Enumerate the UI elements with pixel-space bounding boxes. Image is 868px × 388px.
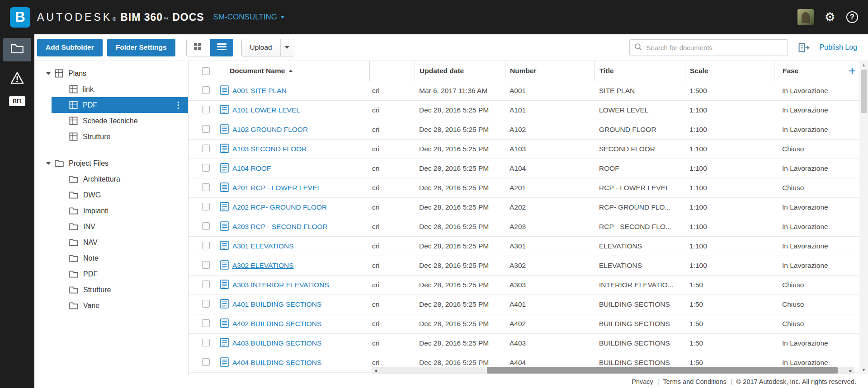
account-switcher[interactable]: SM-CONSULTING [213, 13, 285, 22]
document-name-link[interactable]: A403 BUILDING SECTIONS [232, 339, 321, 347]
tree-folder-item[interactable]: link [34, 81, 188, 97]
publish-log-link[interactable]: Publish Log [819, 43, 857, 51]
tree-folder-item[interactable]: Impianti [34, 203, 188, 219]
document-icon [220, 221, 229, 233]
search-input[interactable] [646, 44, 783, 51]
tree-folder-item[interactable]: Architettura [34, 171, 188, 187]
row-checkbox[interactable] [202, 183, 210, 191]
tree-folder-item[interactable]: NAV [34, 234, 188, 250]
horizontal-scroll-track[interactable] [379, 367, 847, 374]
scroll-left-button[interactable]: ◄ [372, 367, 379, 374]
column-header-fase[interactable]: Fase [774, 61, 859, 81]
grid-view-button[interactable] [186, 39, 209, 56]
document-number: A101 [505, 106, 594, 114]
expand-caret-icon[interactable] [46, 72, 51, 75]
document-name-link[interactable]: A201 RCP - LOWER LEVEL [232, 184, 321, 192]
row-checkbox[interactable] [202, 125, 210, 133]
table-row: A104 ROOF cri Dec 28, 2016 5:25 PM A104 … [189, 159, 868, 178]
column-header-scale[interactable]: Scale [685, 61, 774, 81]
gear-icon[interactable]: ⚙ [825, 11, 835, 23]
row-checkbox[interactable] [202, 106, 210, 113]
document-updated-date: Dec 28, 2016 5:25 PM [415, 203, 505, 211]
document-name-link[interactable]: A401 BUILDING SECTIONS [232, 300, 321, 309]
row-checkbox[interactable] [202, 203, 210, 210]
tree-folder-item[interactable]: Strutture [34, 129, 188, 145]
tree-folder-item[interactable]: Schede Tecniche [34, 113, 188, 129]
tree-folder-item[interactable]: Strutture [34, 282, 188, 298]
rail-item-issues[interactable] [10, 71, 24, 86]
tree-folder-item[interactable]: PDF ⋮ [52, 97, 188, 113]
document-description-truncated: cri [369, 203, 415, 211]
user-avatar[interactable] [797, 9, 814, 25]
document-title: BUILDING SECTIONS [594, 300, 685, 309]
table-row: A301 ELEVATIONS cri Dec 28, 2016 5:25 PM… [189, 237, 868, 256]
terms-link[interactable]: Terms and Conditions [663, 378, 726, 385]
document-name-cell: A403 BUILDING SECTIONS [220, 338, 369, 349]
vertical-scroll-thumb[interactable] [861, 70, 867, 113]
horizontal-scrollbar[interactable]: ◄ ► [372, 367, 854, 374]
add-subfolder-button[interactable]: Add Subfolder [37, 39, 103, 56]
document-name-link[interactable]: A203 RCP - SECOND FLOOR [232, 223, 328, 231]
document-name-link[interactable]: A104 ROOF [232, 164, 271, 173]
column-header-updated-date[interactable]: Updated date [415, 61, 505, 81]
kebab-menu-icon[interactable]: ⋮ [174, 100, 183, 110]
column-header-number[interactable]: Number [505, 61, 594, 81]
document-name-link[interactable]: A103 SECOND FLOOR [232, 145, 307, 153]
document-name-cell: A001 SITE PLAN [220, 85, 369, 97]
tree-folder-item[interactable]: INV [34, 219, 188, 234]
vertical-scrollbar[interactable]: ▲ ▼ [859, 61, 868, 374]
tree-folder-item[interactable]: PDF [34, 266, 188, 282]
list-view-button[interactable] [210, 39, 233, 56]
document-description-truncated: cri [369, 87, 415, 95]
row-checkbox[interactable] [202, 339, 210, 346]
document-name-link[interactable]: A001 SITE PLAN [232, 87, 287, 95]
row-checkbox[interactable] [202, 222, 210, 230]
document-icon [220, 357, 229, 369]
row-checkbox[interactable] [202, 86, 210, 94]
scroll-right-button[interactable]: ► [847, 367, 854, 374]
add-column-button[interactable]: + [849, 65, 856, 77]
document-name-link[interactable]: A101 LOWER LEVEL [232, 106, 300, 114]
document-name-link[interactable]: A404 BUILDING SECTIONS [232, 359, 321, 367]
bim360-logo[interactable]: B [10, 7, 30, 28]
document-name-link[interactable]: A301 ELEVATIONS [232, 242, 294, 250]
footer: Privacy | Terms and Conditions | © 2017 … [34, 375, 868, 388]
upload-button[interactable]: Upload [241, 39, 294, 56]
scroll-up-button[interactable]: ▲ [859, 61, 868, 69]
column-header-title[interactable]: Title [594, 61, 685, 81]
tree-root-item[interactable]: Plans [34, 65, 188, 81]
help-icon[interactable]: ? [846, 11, 858, 23]
document-name-link[interactable]: A102 GROUND FLOOR [232, 126, 308, 134]
row-checkbox[interactable] [202, 319, 210, 327]
row-checkbox[interactable] [202, 164, 210, 172]
tree-root-item[interactable]: Project Files [34, 155, 188, 171]
document-name-link[interactable]: A302 ELEVATIONS [232, 262, 294, 270]
select-all-checkbox[interactable] [202, 67, 210, 75]
rail-item-documents[interactable] [3, 38, 31, 61]
row-checkbox[interactable] [202, 242, 210, 249]
expand-caret-icon[interactable] [46, 162, 51, 165]
row-checkbox[interactable] [202, 145, 210, 152]
row-checkbox[interactable] [202, 300, 210, 308]
document-name-link[interactable]: A303 INTERIOR ELEVATIONS [232, 281, 329, 289]
horizontal-scroll-thumb[interactable] [487, 367, 838, 374]
document-log-icon[interactable] [798, 42, 810, 53]
document-name-link[interactable]: A402 BUILDING SECTIONS [232, 320, 321, 328]
tree-folder-item[interactable]: Note [34, 250, 188, 266]
upload-dropdown-button[interactable] [280, 39, 294, 56]
document-description-truncated: cri [369, 262, 415, 270]
rail-item-rfi[interactable]: RFI [9, 96, 25, 106]
table-row: A001 SITE PLAN cri Mar 6, 2017 11:36 AM … [189, 81, 868, 101]
privacy-link[interactable]: Privacy [632, 378, 653, 385]
row-checkbox[interactable] [202, 280, 210, 288]
tree-folder-item[interactable]: Varie [34, 298, 188, 313]
column-header-document-name[interactable]: Document Name [220, 61, 369, 81]
row-checkbox[interactable] [202, 358, 210, 366]
scroll-down-button[interactable]: ▼ [859, 366, 868, 374]
tree-folder-item[interactable]: DWG [34, 187, 188, 203]
document-name-link[interactable]: A202 RCP- GROUND FLOOR [232, 203, 327, 211]
row-checkbox[interactable] [202, 261, 210, 269]
folder-settings-button[interactable]: Folder Settings [107, 39, 175, 56]
row-checkbox-cell [189, 203, 220, 212]
row-checkbox-cell [189, 164, 220, 173]
